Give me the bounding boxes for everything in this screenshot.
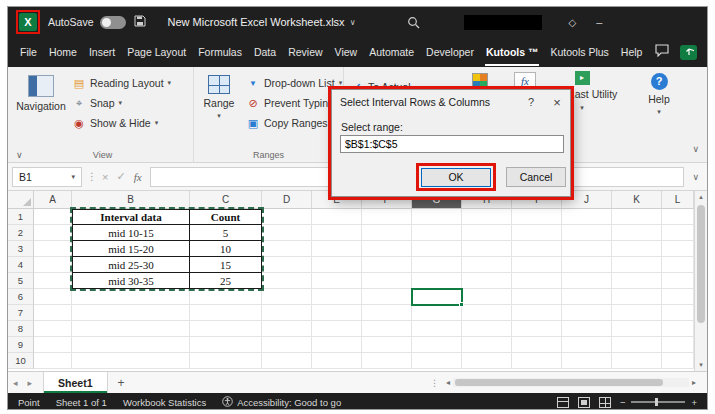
cell-c6[interactable] xyxy=(190,289,262,305)
previous-sheet-icon[interactable] xyxy=(8,378,23,388)
horizontal-scrollbar[interactable] xyxy=(443,378,699,387)
row-header-6[interactable]: 6 xyxy=(8,289,34,305)
row-header-10[interactable]: 10 xyxy=(8,353,34,369)
cell-d5[interactable] xyxy=(262,273,312,289)
cancel-button[interactable]: Cancel xyxy=(506,167,566,187)
row-header-3[interactable]: 3 xyxy=(8,241,34,257)
cell-h6[interactable] xyxy=(462,289,512,305)
cell-k10[interactable] xyxy=(612,353,662,369)
zoom-slider-knob[interactable] xyxy=(655,398,658,406)
cell-e9[interactable] xyxy=(312,337,362,353)
cell-i8[interactable] xyxy=(512,321,562,337)
cell-c3[interactable]: 10 xyxy=(190,241,262,257)
cell-l7[interactable] xyxy=(662,305,694,321)
menu-tab-file[interactable]: File xyxy=(14,37,43,67)
cell-j7[interactable] xyxy=(562,305,612,321)
cell-f2[interactable] xyxy=(362,225,412,241)
cell-l6[interactable] xyxy=(662,289,694,305)
cell-g5[interactable] xyxy=(412,273,462,289)
cell-k1[interactable] xyxy=(612,209,662,225)
ribbon-item-prevent-typing[interactable]: Prevent Typing xyxy=(246,94,342,111)
sheet-tab-sheet1[interactable]: Sheet1 xyxy=(43,372,107,393)
column-header-d[interactable]: D xyxy=(262,191,312,209)
column-header-a[interactable]: A xyxy=(34,191,72,209)
cell-c10[interactable] xyxy=(190,353,262,369)
cell-e4[interactable] xyxy=(312,257,362,273)
cell-h1[interactable] xyxy=(462,209,512,225)
ribbon-item-reading-layout[interactable]: Reading Layout xyxy=(72,74,171,91)
cell-b4[interactable]: mid 25-30 xyxy=(72,257,190,273)
colored-grid-icon[interactable] xyxy=(472,73,488,89)
confirm-entry-icon[interactable] xyxy=(116,170,125,183)
cell-c4[interactable]: 15 xyxy=(190,257,262,273)
cell-i2[interactable] xyxy=(512,225,562,241)
cell-k5[interactable] xyxy=(612,273,662,289)
cell-h7[interactable] xyxy=(462,305,512,321)
menu-tab-page-layout[interactable]: Page Layout xyxy=(121,37,192,67)
cell-a3[interactable] xyxy=(34,241,72,257)
workbook-statistics-button[interactable]: Workbook Statistics xyxy=(123,397,206,408)
cell-f3[interactable] xyxy=(362,241,412,257)
cell-b9[interactable] xyxy=(72,337,190,353)
row-header-2[interactable]: 2 xyxy=(8,225,34,241)
row-header-5[interactable]: 5 xyxy=(8,273,34,289)
save-icon[interactable] xyxy=(134,13,146,31)
search-icon[interactable] xyxy=(407,16,420,29)
cell-b5[interactable]: mid 30-35 xyxy=(72,273,190,289)
menu-tab-kutools-plus[interactable]: Kutools Plus xyxy=(544,37,614,67)
row-header-9[interactable]: 9 xyxy=(8,337,34,353)
cell-e5[interactable] xyxy=(312,273,362,289)
range-button[interactable]: Range xyxy=(196,75,242,120)
cell-i4[interactable] xyxy=(512,257,562,273)
cell-i7[interactable] xyxy=(512,305,562,321)
scroll-up-icon[interactable] xyxy=(695,193,707,201)
cell-g2[interactable] xyxy=(412,225,462,241)
navigation-button[interactable]: Navigation xyxy=(14,75,68,112)
cell-k9[interactable] xyxy=(612,337,662,353)
cell-l8[interactable] xyxy=(662,321,694,337)
column-header-b[interactable]: B xyxy=(72,191,190,209)
vertical-scroll-thumb[interactable] xyxy=(697,205,705,323)
cell-h10[interactable] xyxy=(462,353,512,369)
cell-d10[interactable] xyxy=(262,353,312,369)
cell-f4[interactable] xyxy=(362,257,412,273)
horizontal-scroll-track[interactable] xyxy=(453,378,689,387)
cancel-entry-icon[interactable] xyxy=(102,171,108,183)
cell-f6[interactable] xyxy=(362,289,412,305)
cell-k7[interactable] xyxy=(612,305,662,321)
dialog-close-icon[interactable] xyxy=(544,95,570,110)
cell-k6[interactable] xyxy=(612,289,662,305)
cell-l3[interactable] xyxy=(662,241,694,257)
normal-view-icon[interactable] xyxy=(557,397,569,408)
insert-function-icon[interactable]: fx xyxy=(134,171,142,183)
name-box[interactable]: B1 xyxy=(12,167,82,187)
accessibility-status[interactable]: Accessibility: Good to go xyxy=(222,396,341,409)
cell-g8[interactable] xyxy=(412,321,462,337)
cell-e1[interactable] xyxy=(312,209,362,225)
cell-h9[interactable] xyxy=(462,337,512,353)
cell-i5[interactable] xyxy=(512,273,562,289)
cell-e2[interactable] xyxy=(312,225,362,241)
cell-j6[interactable] xyxy=(562,289,612,305)
cell-a7[interactable] xyxy=(34,305,72,321)
menu-tab-automate[interactable]: Automate xyxy=(363,37,420,67)
scroll-left-icon[interactable] xyxy=(443,378,453,387)
column-header-l[interactable]: L xyxy=(662,191,694,209)
cell-c7[interactable] xyxy=(190,305,262,321)
cell-a10[interactable] xyxy=(34,353,72,369)
select-range-input[interactable] xyxy=(340,135,564,153)
cell-a5[interactable] xyxy=(34,273,72,289)
row-header-8[interactable]: 8 xyxy=(8,321,34,337)
ribbon-item-copy-ranges[interactable]: Copy Ranges xyxy=(246,114,342,131)
cell-g3[interactable] xyxy=(412,241,462,257)
scrollbar-splitter[interactable] xyxy=(430,378,439,388)
cell-e7[interactable] xyxy=(312,305,362,321)
cell-a6[interactable] xyxy=(34,289,72,305)
cell-a4[interactable] xyxy=(34,257,72,273)
cell-l2[interactable] xyxy=(662,225,694,241)
cell-j8[interactable] xyxy=(562,321,612,337)
cell-a1[interactable] xyxy=(34,209,72,225)
cell-b3[interactable]: mid 15-20 xyxy=(72,241,190,257)
collapse-ribbon-icon[interactable] xyxy=(692,144,699,154)
vertical-scrollbar[interactable] xyxy=(694,191,707,371)
